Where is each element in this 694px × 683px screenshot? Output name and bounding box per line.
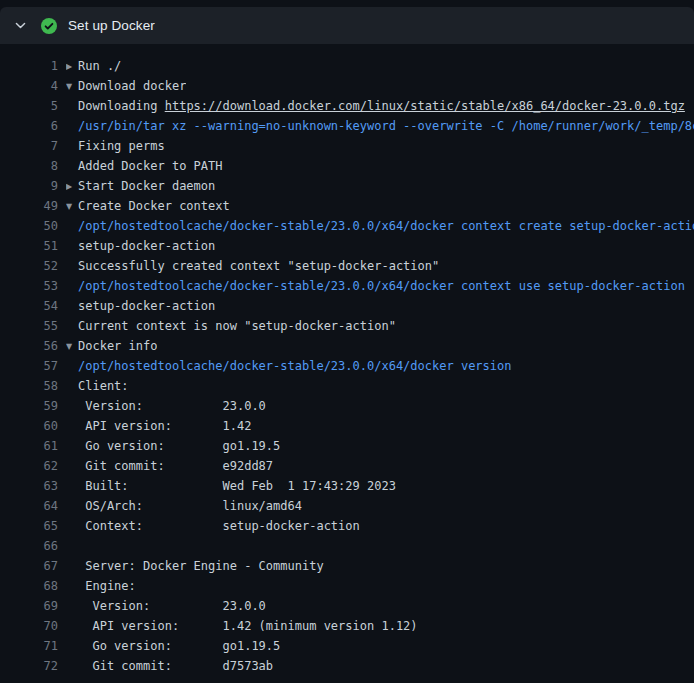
line-number[interactable]: 63 xyxy=(0,476,58,496)
line-content: Downloading https://download.docker.com/… xyxy=(66,96,685,116)
line-number[interactable]: 59 xyxy=(0,396,58,416)
group-expanded-arrow-icon[interactable]: ▼ xyxy=(66,337,78,356)
log-group-line[interactable]: 49▼Create Docker context xyxy=(0,196,694,216)
line-content: Version: 23.0.0 xyxy=(66,396,266,416)
line-content: Server: Docker Engine - Community xyxy=(66,556,324,576)
line-content: ▼Docker info xyxy=(66,336,157,356)
line-number[interactable]: 9 xyxy=(0,176,58,196)
line-number[interactable]: 49 xyxy=(0,196,58,216)
line-content: /usr/bin/tar xz --warning=no-unknown-key… xyxy=(66,116,694,136)
line-number[interactable]: 5 xyxy=(0,96,58,116)
log-text: Server: Docker Engine - Community xyxy=(78,559,324,573)
line-content: ▶Run ./ xyxy=(66,56,121,76)
log-line: 62 Git commit: e92dd87 xyxy=(0,456,694,476)
command-text: /usr/bin/tar xz --warning=no-unknown-key… xyxy=(78,119,694,133)
line-number[interactable]: 64 xyxy=(0,496,58,516)
log-line: 70 API version: 1.42 (minimum version 1.… xyxy=(0,616,694,636)
log-line: 55Current context is now "setup-docker-a… xyxy=(0,316,694,336)
log-text: Run ./ xyxy=(78,59,121,73)
log-line: 68 Engine: xyxy=(0,576,694,596)
line-number[interactable]: 50 xyxy=(0,216,58,236)
line-content: /opt/hostedtoolcache/docker-stable/23.0.… xyxy=(66,216,694,236)
line-number[interactable]: 54 xyxy=(0,296,58,316)
log-line: 66 xyxy=(0,536,694,556)
line-number[interactable]: 60 xyxy=(0,416,58,436)
line-number[interactable]: 61 xyxy=(0,436,58,456)
line-number[interactable]: 68 xyxy=(0,576,58,596)
line-content: Successfully created context "setup-dock… xyxy=(66,256,439,276)
log-text: Client: xyxy=(78,379,129,393)
log-text: Git commit: d7573ab xyxy=(78,659,273,673)
log-text: Fixing perms xyxy=(78,139,165,153)
log-text: setup-docker-action xyxy=(78,299,215,313)
group-expanded-arrow-icon[interactable]: ▼ xyxy=(66,77,78,96)
log-text: Successfully created context "setup-dock… xyxy=(78,259,439,273)
line-number[interactable]: 58 xyxy=(0,376,58,396)
line-content: Git commit: d7573ab xyxy=(66,656,273,676)
line-number[interactable]: 57 xyxy=(0,356,58,376)
log-line: 69 Version: 23.0.0 xyxy=(0,596,694,616)
line-content: Context: setup-docker-action xyxy=(66,516,360,536)
line-number[interactable]: 70 xyxy=(0,616,58,636)
log-text: Version: 23.0.0 xyxy=(78,599,266,613)
log-text: API version: 1.42 xyxy=(78,419,251,433)
log-text: OS/Arch: linux/amd64 xyxy=(78,499,302,513)
log-text: Download docker xyxy=(78,79,186,93)
line-content: Client: xyxy=(66,376,129,396)
line-number[interactable]: 72 xyxy=(0,656,58,676)
log-link[interactable]: https://download.docker.com/linux/static… xyxy=(165,99,685,113)
log: 1▶Run ./4▼Download docker5Downloading ht… xyxy=(0,44,694,676)
log-group-line[interactable]: 1▶Run ./ xyxy=(0,56,694,76)
log-text: Downloading xyxy=(78,99,165,113)
log-text: Go version: go1.19.5 xyxy=(78,439,280,453)
line-content: /opt/hostedtoolcache/docker-stable/23.0.… xyxy=(66,356,511,376)
log-line: 58Client: xyxy=(0,376,694,396)
line-number[interactable]: 62 xyxy=(0,456,58,476)
command-text: /opt/hostedtoolcache/docker-stable/23.0.… xyxy=(78,219,694,233)
success-check-icon xyxy=(41,18,57,34)
line-content: setup-docker-action xyxy=(66,236,215,256)
log-line: 50/opt/hostedtoolcache/docker-stable/23.… xyxy=(0,216,694,236)
log-line: 53/opt/hostedtoolcache/docker-stable/23.… xyxy=(0,276,694,296)
line-number[interactable]: 6 xyxy=(0,116,58,136)
line-number[interactable]: 56 xyxy=(0,336,58,356)
log-line: 51setup-docker-action xyxy=(0,236,694,256)
line-content: Current context is now "setup-docker-act… xyxy=(66,316,396,336)
line-number[interactable]: 66 xyxy=(0,536,58,556)
line-number[interactable]: 53 xyxy=(0,276,58,296)
group-expanded-arrow-icon[interactable]: ▼ xyxy=(66,197,78,216)
line-number[interactable]: 51 xyxy=(0,236,58,256)
log-group-line[interactable]: 9▶Start Docker daemon xyxy=(0,176,694,196)
group-collapsed-arrow-icon[interactable]: ▶ xyxy=(66,57,78,76)
line-number[interactable]: 8 xyxy=(0,156,58,176)
log-text: Start Docker daemon xyxy=(78,179,215,193)
chevron-down-icon[interactable] xyxy=(14,19,28,32)
line-content: Fixing perms xyxy=(66,136,165,156)
log-line: 7Fixing perms xyxy=(0,136,694,156)
step-header[interactable]: Set up Docker xyxy=(0,7,694,44)
log-line: 6/usr/bin/tar xz --warning=no-unknown-ke… xyxy=(0,116,694,136)
log-group-line[interactable]: 56▼Docker info xyxy=(0,336,694,356)
line-number[interactable]: 65 xyxy=(0,516,58,536)
line-number[interactable]: 52 xyxy=(0,256,58,276)
log-text: Git commit: e92dd87 xyxy=(78,459,273,473)
log-line: 71 Go version: go1.19.5 xyxy=(0,636,694,656)
line-content: Engine: xyxy=(66,576,136,596)
line-content: Go version: go1.19.5 xyxy=(66,436,280,456)
log-line: 60 API version: 1.42 xyxy=(0,416,694,436)
log-line: 64 OS/Arch: linux/amd64 xyxy=(0,496,694,516)
line-number[interactable]: 4 xyxy=(0,76,58,96)
log-group-line[interactable]: 4▼Download docker xyxy=(0,76,694,96)
line-content: Version: 23.0.0 xyxy=(66,596,266,616)
log-text: Built: Wed Feb 1 17:43:29 2023 xyxy=(78,479,396,493)
line-number[interactable]: 55 xyxy=(0,316,58,336)
line-number[interactable]: 67 xyxy=(0,556,58,576)
line-number[interactable]: 7 xyxy=(0,136,58,156)
group-collapsed-arrow-icon[interactable]: ▶ xyxy=(66,177,78,196)
line-number[interactable]: 1 xyxy=(0,56,58,76)
log-line: 8Added Docker to PATH xyxy=(0,156,694,176)
line-number[interactable]: 71 xyxy=(0,636,58,656)
command-text: /opt/hostedtoolcache/docker-stable/23.0.… xyxy=(78,279,685,293)
log-line: 57/opt/hostedtoolcache/docker-stable/23.… xyxy=(0,356,694,376)
line-number[interactable]: 69 xyxy=(0,596,58,616)
